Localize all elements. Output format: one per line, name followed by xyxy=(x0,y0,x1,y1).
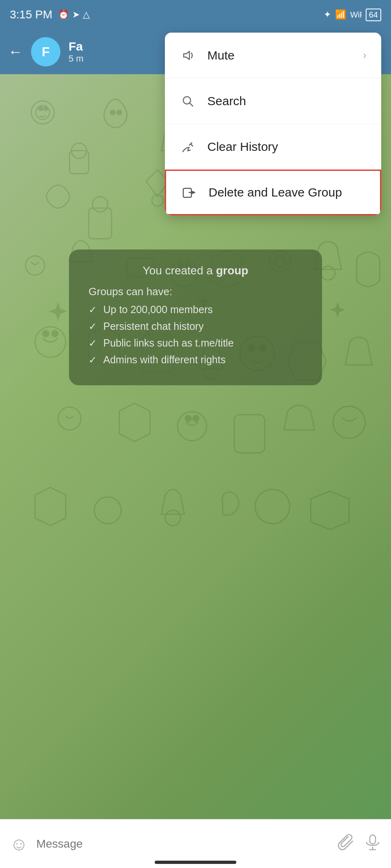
home-indicator xyxy=(155,861,236,864)
message-input[interactable] xyxy=(36,831,330,857)
header-info: Fa 5 m xyxy=(69,40,84,64)
menu-item-clear-history[interactable]: Clear History xyxy=(165,124,381,170)
battery-indicator: 64 xyxy=(366,9,381,21)
alarm-icon: ⏰ xyxy=(58,9,69,20)
status-right: ✦ 📶 WiFi 64 xyxy=(324,9,381,21)
dropdown-menu: Mute › Search Clear History xyxy=(165,33,381,215)
mute-icon xyxy=(180,47,196,64)
mute-label: Mute xyxy=(207,49,351,62)
attach-button[interactable] xyxy=(338,833,356,855)
search-label: Search xyxy=(207,94,367,108)
back-button[interactable]: ← xyxy=(8,43,23,60)
delete-leave-icon xyxy=(181,184,197,201)
mute-arrow: › xyxy=(363,49,367,62)
bluetooth-icon: ✦ xyxy=(324,9,331,20)
status-time: 3:15 PM xyxy=(10,8,52,21)
status-icons: ⏰ ➤ △ xyxy=(58,9,90,20)
delete-leave-label: Delete and Leave Group xyxy=(209,186,365,199)
signal-icon: 📶 xyxy=(335,9,346,20)
menu-item-mute[interactable]: Mute › xyxy=(165,33,381,78)
chat-subtitle: 5 m xyxy=(69,53,84,64)
svg-line-47 xyxy=(189,103,193,106)
alert-icon: △ xyxy=(83,9,90,20)
svg-rect-50 xyxy=(370,835,375,844)
svg-text:WiFi: WiFi xyxy=(350,10,362,18)
clear-history-icon xyxy=(180,139,196,155)
menu-item-search[interactable]: Search xyxy=(165,78,381,124)
search-icon xyxy=(180,93,196,109)
wifi-icon: WiFi xyxy=(350,9,362,21)
avatar: F xyxy=(31,37,60,66)
status-bar: 3:15 PM ⏰ ➤ △ ✦ 📶 WiFi 64 xyxy=(0,0,391,29)
menu-item-delete-leave[interactable]: Delete and Leave Group xyxy=(165,170,381,215)
status-left: 3:15 PM ⏰ ➤ △ xyxy=(10,8,90,21)
chat-name: Fa xyxy=(69,40,84,53)
emoji-button[interactable]: ☺ xyxy=(10,834,28,854)
mic-button[interactable] xyxy=(364,833,381,854)
location-icon: ➤ xyxy=(72,9,80,20)
clear-history-label: Clear History xyxy=(207,140,367,154)
